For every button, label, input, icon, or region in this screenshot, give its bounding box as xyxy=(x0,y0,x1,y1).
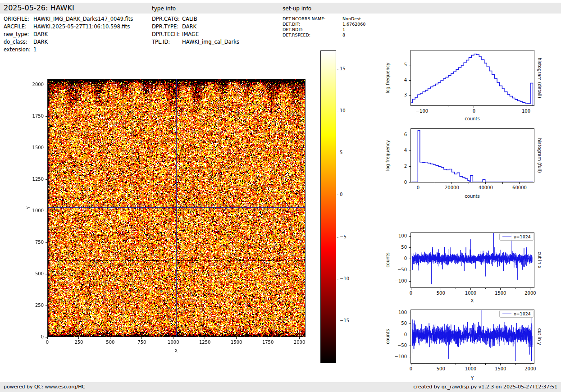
x-tick-label: −100 xyxy=(411,109,433,114)
colorbar-tick-label: −15 xyxy=(340,318,349,323)
x-tick-label: 1500 xyxy=(490,366,511,371)
type-info-label: TPL.ID: xyxy=(152,38,182,46)
cut-in-x-xlabel: X xyxy=(471,298,474,303)
file-info-value: HAWKI_IMG_DARK_Darks147_0049.fits xyxy=(33,15,133,23)
hist-detail-xlabel: counts xyxy=(465,116,479,121)
x-tick xyxy=(47,337,48,339)
colorbar-tick xyxy=(337,321,338,321)
cut-in-x-legend: y=1024 xyxy=(499,233,534,241)
y-tick-label: 3 xyxy=(387,92,407,97)
y-tick xyxy=(409,65,410,65)
y-tick xyxy=(409,346,410,346)
file-info-label: ARCFILE: xyxy=(4,23,33,31)
setup-info-value: NonDest xyxy=(342,16,361,22)
type-info-label: DPR.CATG: xyxy=(152,15,182,23)
y-tick xyxy=(409,281,410,282)
x-tick-label: 1500 xyxy=(490,291,511,296)
y-tick-label: 500 xyxy=(24,271,44,276)
legend-label: x=1024 xyxy=(514,311,531,316)
histogram-full-panel xyxy=(410,128,534,182)
x-minor-tick xyxy=(426,364,426,365)
file-info-row: ARCFILE:HAWKI.2025-05-27T11:06:10.598.fi… xyxy=(4,23,133,31)
y-tick xyxy=(409,135,410,135)
x-tick-label: 40000 xyxy=(475,185,497,190)
y-tick xyxy=(46,305,47,306)
x-tick-label: 0 xyxy=(407,185,429,190)
y-tick xyxy=(409,270,410,270)
y-tick-label: 4 xyxy=(387,77,407,82)
x-minor-tick xyxy=(485,288,486,289)
y-tick xyxy=(409,150,410,151)
cut-marker-y1024-line xyxy=(48,207,305,208)
setup-info-label: DET.NDIT: xyxy=(283,27,342,32)
type-info-value: IMAGE xyxy=(182,31,199,38)
file-info-value: HAWKI.2025-05-27T11:06:10.598.fits xyxy=(33,23,130,31)
colorbar xyxy=(320,50,336,363)
file-info-label: raw_type: xyxy=(4,31,33,38)
file-info-row: ORIGFILE:HAWKI_IMG_DARK_Darks147_0049.fi… xyxy=(4,15,133,23)
x-tick-label: 500 xyxy=(100,340,121,345)
colorbar-tick xyxy=(337,195,338,195)
x-tick xyxy=(418,182,418,184)
x-tick-label: 0 xyxy=(400,366,422,371)
y-tick xyxy=(409,259,410,259)
x-tick-label: 2000 xyxy=(520,366,541,371)
footer-bar: powered by QC: www.eso.org/HC created by… xyxy=(0,382,561,392)
y-tick xyxy=(46,337,47,337)
cut-in-x-side-label: cut in x xyxy=(537,251,542,268)
hist-full-side-label: histogram (full) xyxy=(537,138,542,173)
y-tick-label: 100 xyxy=(387,310,407,315)
x-minor-tick xyxy=(469,182,469,184)
type-info-value: CALIB xyxy=(182,15,197,23)
y-tick-label: 2 xyxy=(387,164,407,169)
y-tick-label: 2000 xyxy=(24,82,44,87)
y-tick xyxy=(46,179,47,180)
y-tick-label: 1500 xyxy=(24,145,44,150)
x-tick-label: 1000 xyxy=(460,366,482,371)
legend-line-sample xyxy=(502,237,511,237)
x-minor-tick xyxy=(502,182,503,184)
x-tick-label: 20000 xyxy=(441,185,463,190)
x-tick xyxy=(519,182,520,184)
y-tick xyxy=(46,211,47,211)
x-tick-label: 0 xyxy=(36,340,58,345)
y-tick xyxy=(409,324,410,324)
colorbar-tick xyxy=(337,69,338,69)
file-info-row: do_class:DARK xyxy=(4,38,133,46)
x-tick xyxy=(141,337,142,339)
type-info-value: DARK xyxy=(182,23,196,31)
y-tick-label: −100 xyxy=(387,278,407,283)
cut-in-y-legend: x=1024 xyxy=(499,310,534,318)
colorbar-tick xyxy=(337,237,338,237)
colorbar-tick-label: 0 xyxy=(340,192,342,197)
x-tick xyxy=(411,288,411,290)
file-info-value: 1 xyxy=(33,46,36,54)
y-tick-label: 750 xyxy=(24,240,44,245)
footer-created-by: created by qc_rawdisp.py v1.2.3 on 2025-… xyxy=(413,382,557,392)
y-tick-label: 1250 xyxy=(24,177,44,182)
colorbar-tick xyxy=(337,111,338,111)
y-tick xyxy=(409,247,410,248)
colorbar-tick-label: 15 xyxy=(340,66,346,71)
setup-info-row: DET.DIT:1.6762060 xyxy=(283,22,365,27)
x-tick xyxy=(530,364,530,365)
cut-in-y-panel xyxy=(410,310,534,364)
x-minor-tick xyxy=(456,364,456,365)
y-tick xyxy=(409,313,410,313)
file-info-label: extension: xyxy=(4,46,33,54)
x-tick xyxy=(110,337,110,339)
x-tick-label: 1000 xyxy=(460,291,482,296)
x-minor-tick xyxy=(515,364,515,365)
colorbar-tick-label: 10 xyxy=(340,108,346,113)
x-tick-label: 750 xyxy=(131,340,153,345)
main-xaxis-label: X xyxy=(175,348,178,353)
setup-info-row: DET.NDIT:1 xyxy=(283,27,365,32)
x-tick xyxy=(530,288,530,290)
x-tick xyxy=(526,106,526,108)
file-info-label: do_class: xyxy=(4,38,33,46)
footer-powered-by: powered by QC: www.eso.org/HC xyxy=(4,382,85,392)
page-title: 2025-05-26: HAWKI xyxy=(4,3,74,14)
type-info-row: DPR.TYPE:DARK xyxy=(152,23,239,31)
y-tick xyxy=(409,236,410,237)
y-tick-label: 0 xyxy=(387,180,407,185)
